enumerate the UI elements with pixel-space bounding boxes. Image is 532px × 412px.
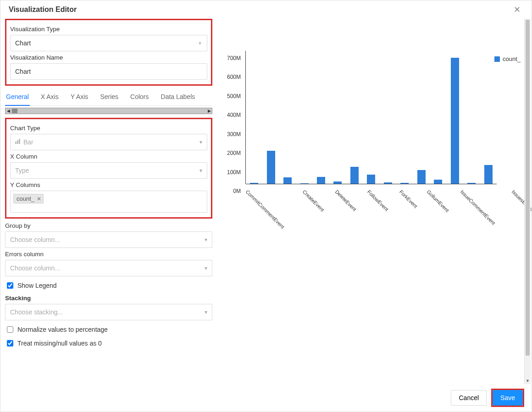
y-axis-tick: 700M [227, 55, 241, 61]
tabs-scrollbar[interactable]: ◀ ▶ [5, 108, 212, 114]
y-axis-tick: 0M [233, 188, 241, 194]
y-axis-tick: 100M [227, 169, 241, 176]
chart-type-label: Chart Type [10, 125, 207, 132]
normalize-checkbox[interactable]: Normalize values to percentage [5, 325, 212, 334]
chevron-down-icon: ▼ [198, 41, 202, 46]
chart-type-select[interactable]: Bar ▾ [10, 134, 207, 150]
x-axis-label: DeleteEvent [331, 186, 357, 212]
caret-down-icon: ▾ [205, 309, 207, 315]
chart-legend: count_ [494, 55, 521, 62]
chart-bar [451, 58, 459, 184]
y-columns-input[interactable]: count_ ✕ [10, 191, 207, 213]
save-button-highlight: Save [491, 389, 524, 407]
x-axis-label: IssueCommentEvent [456, 186, 496, 226]
treat-null-checkbox[interactable]: Treat missing/null values as 0 [5, 339, 212, 348]
tab-general[interactable]: General [5, 89, 30, 106]
chart-axes-section: Chart Type Bar ▾ X Column Type ▾ Y Colum… [5, 118, 212, 219]
y-column-tag: count_ ✕ [13, 194, 44, 203]
scroll-down-icon: ▼ [525, 378, 531, 384]
svg-rect-2 [19, 139, 20, 144]
scroll-right-icon: ▶ [206, 108, 212, 114]
close-icon: ✕ [514, 5, 521, 14]
caret-down-icon: ▾ [200, 167, 202, 174]
chart-bar [484, 165, 493, 184]
tabs: General X Axis Y Axis Series Colors Data… [5, 89, 212, 106]
caret-down-icon: ▾ [200, 139, 202, 145]
tab-colors[interactable]: Colors [129, 89, 150, 105]
viz-type-label: Visualization Type [10, 26, 207, 33]
viz-name-label: Visualization Name [10, 54, 207, 61]
caret-down-icon: ▾ [205, 236, 207, 243]
errors-column-select[interactable]: Choose column... ▾ [5, 260, 212, 276]
group-by-label: Group by [5, 222, 212, 229]
scroll-thumb[interactable] [12, 109, 17, 113]
scroll-thumb[interactable] [526, 20, 530, 356]
svg-rect-0 [15, 142, 17, 144]
viz-type-name-section: Visualization Type Chart ▼ Visualization… [5, 19, 212, 86]
stacking-select[interactable]: Choose stacking... ▾ [5, 304, 212, 320]
viz-type-select[interactable]: Chart ▼ [10, 35, 207, 51]
tab-data-labels[interactable]: Data Labels [160, 89, 196, 105]
chart-bar [317, 177, 325, 184]
group-by-select[interactable]: Choose column... ▾ [5, 231, 212, 248]
caret-down-icon: ▾ [205, 265, 207, 271]
stacking-label: Stacking [5, 295, 212, 302]
errors-column-label: Errors column [5, 251, 212, 258]
y-axis-tick: 200M [227, 150, 241, 156]
viz-name-input[interactable] [10, 63, 207, 80]
bar-chart-icon [15, 139, 22, 145]
remove-tag-icon[interactable]: ✕ [37, 196, 41, 202]
y-axis-tick: 300M [227, 131, 241, 137]
vertical-scrollbar[interactable]: ▲ ▼ [524, 19, 531, 384]
y-axis-tick: 400M [227, 112, 241, 118]
close-button[interactable]: ✕ [511, 4, 523, 15]
y-axis-tick: 500M [227, 93, 241, 99]
chart-bar [350, 167, 359, 184]
tab-x-axis[interactable]: X Axis [40, 89, 60, 105]
save-button[interactable]: Save [493, 390, 523, 406]
bar-chart: 0M100M200M300M400M500M600M700M CommitCom… [222, 51, 497, 239]
dialog-title: Visualization Editor [9, 5, 77, 14]
svg-rect-1 [17, 140, 18, 144]
x-axis-label: FollowEvent [363, 186, 389, 212]
x-axis-label: GollumEvent [422, 186, 450, 213]
x-axis-label: ForkEvent [395, 186, 418, 209]
chart-bar [434, 180, 442, 184]
cancel-button[interactable]: Cancel [451, 390, 487, 406]
scroll-left-icon: ◀ [6, 108, 11, 114]
show-legend-checkbox[interactable]: Show Legend [5, 281, 212, 290]
x-column-select[interactable]: Type ▾ [10, 162, 207, 179]
x-axis-label: CommitCommentEvent [242, 186, 286, 230]
y-axis-tick: 600M [227, 74, 241, 80]
x-axis-label: CreateEvent [298, 186, 325, 213]
chart-bar [283, 177, 292, 184]
tab-series[interactable]: Series [99, 89, 119, 105]
chart-bar [367, 175, 375, 184]
x-column-label: X Column [10, 153, 207, 160]
chart-bar [417, 170, 426, 184]
y-columns-label: Y Columns [10, 181, 207, 188]
tab-y-axis[interactable]: Y Axis [70, 89, 89, 105]
chart-bar [267, 151, 275, 184]
